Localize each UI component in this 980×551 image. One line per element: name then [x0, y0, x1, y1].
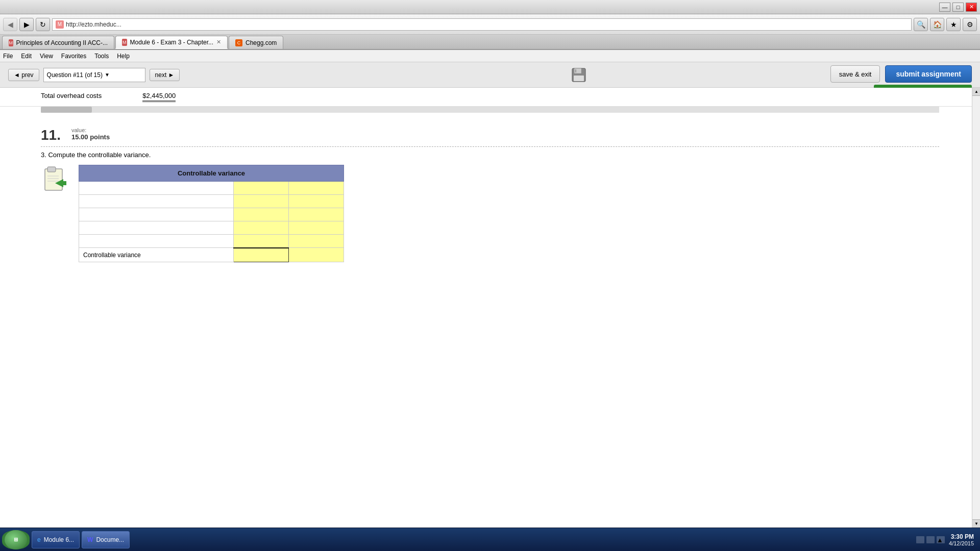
scroll-down-button[interactable]: ▼: [972, 519, 980, 528]
system-tray: ▲ 3:30 PM 4/12/2015: [912, 533, 978, 546]
tab-bar: M Principles of Accounting II ACC-... M …: [0, 35, 980, 50]
save-icon-button[interactable]: [570, 66, 588, 84]
paste-icon: [41, 165, 68, 192]
row5-label: [79, 235, 234, 248]
save-disk-icon: [571, 67, 586, 83]
variance-table-container: Controllable variance: [79, 165, 344, 262]
forward-button[interactable]: ▶: [19, 18, 34, 31]
tab-label-principles: Principles of Accounting II ACC-...: [16, 39, 108, 46]
start-button[interactable]: ⊞: [2, 530, 30, 549]
menu-favorites[interactable]: Favorites: [61, 53, 86, 60]
row3-input-col3[interactable]: [289, 208, 344, 221]
row3-col2[interactable]: [233, 208, 288, 221]
tray-icons: ▲: [916, 536, 945, 543]
menu-view[interactable]: View: [40, 53, 53, 60]
question-num-text: 11.: [41, 127, 61, 143]
tab-chegg[interactable]: C Chegg.com: [229, 36, 283, 49]
row4-col3[interactable]: [288, 221, 344, 235]
svg-rect-5: [47, 167, 56, 172]
tray-arrow-icon[interactable]: ▲: [937, 536, 945, 543]
row2-input-col3[interactable]: [289, 195, 344, 208]
question-section: 11. value: 15.00 points 3. Compute the c…: [0, 117, 980, 272]
row5-input-col2[interactable]: [234, 235, 288, 247]
page-content: Total overhead costs $2,445,000 11. valu…: [0, 88, 980, 528]
overhead-label: Total overhead costs: [41, 92, 102, 102]
scrollbar-thumb[interactable]: [41, 107, 92, 113]
row4-input-col2[interactable]: [234, 221, 288, 234]
clock-time: 3:30 PM: [949, 533, 974, 540]
overhead-value: $2,445,000: [142, 92, 176, 102]
row1-col2[interactable]: [233, 182, 288, 195]
taskbar-document[interactable]: W Docume...: [82, 531, 130, 548]
minimize-button[interactable]: —: [939, 3, 950, 12]
row2-col3[interactable]: [288, 195, 344, 208]
controllable-variance-row: Controllable variance: [79, 248, 344, 262]
question-meta: value: 15.00 points: [71, 127, 110, 141]
menu-bar: File Edit View Favorites Tools Help: [0, 50, 980, 62]
row1-input-col2[interactable]: [234, 182, 288, 194]
row1-col3[interactable]: [288, 182, 344, 195]
assignment-toolbar: ◄ prev Question #11 (of 15) ▼ next ►: [0, 62, 980, 88]
row5-col3[interactable]: [288, 235, 344, 248]
table-header-cell: Controllable variance: [79, 165, 344, 182]
row5-col2[interactable]: [233, 235, 288, 248]
address-bar[interactable]: M http://ezto.mheduc...: [52, 18, 912, 31]
row1-input-col3[interactable]: [289, 182, 344, 194]
save-exit-button[interactable]: save & exit: [830, 65, 880, 83]
menu-help[interactable]: Help: [117, 53, 130, 60]
row3-col3[interactable]: [288, 208, 344, 221]
question-selector[interactable]: Question #11 (of 15) ▼: [43, 68, 145, 82]
row4-input-col3[interactable]: [289, 221, 344, 234]
taskbar-module6[interactable]: e Module 6...: [32, 531, 80, 548]
variance-table: Controllable variance: [79, 165, 344, 262]
row2-input-col2[interactable]: [234, 195, 288, 208]
maximize-button[interactable]: □: [952, 3, 964, 12]
scroll-up-button[interactable]: ▲: [972, 88, 980, 96]
clock-date: 4/12/2015: [949, 540, 974, 546]
footer-result-field[interactable]: [289, 248, 344, 262]
overhead-value-text: $2,445,000: [142, 92, 176, 102]
tab-label-module6: Module 6 - Exam 3 - Chapter...: [130, 39, 213, 46]
question-number: 11.: [41, 127, 71, 143]
table-row: [79, 195, 344, 208]
home-button[interactable]: 🏠: [930, 18, 944, 31]
toolbar-right-row: save & exit submit assignment: [830, 65, 972, 83]
svg-rect-2: [575, 69, 576, 72]
prev-button[interactable]: ◄ prev: [8, 69, 39, 81]
table-row: [79, 182, 344, 195]
back-button[interactable]: ◀: [3, 18, 17, 31]
search-button[interactable]: 🔍: [914, 18, 928, 31]
address-text: http://ezto.mheduc...: [66, 21, 121, 28]
start-orb-icon: ⊞: [5, 530, 27, 549]
overhead-row: Total overhead costs $2,445,000: [41, 92, 939, 102]
menu-edit[interactable]: Edit: [21, 53, 32, 60]
tray-volume-icon: [926, 536, 935, 543]
system-clock[interactable]: 3:30 PM 4/12/2015: [949, 533, 974, 546]
settings-button[interactable]: ⚙: [963, 18, 977, 31]
menu-file[interactable]: File: [3, 53, 13, 60]
close-button[interactable]: ✕: [966, 3, 977, 12]
next-button[interactable]: next ►: [150, 69, 180, 81]
refresh-button[interactable]: ↻: [36, 18, 50, 31]
tab-principles[interactable]: M Principles of Accounting II ACC-...: [2, 36, 114, 49]
paste-icon-svg: [41, 165, 68, 192]
toolbar-left: ◄ prev Question #11 (of 15) ▼ next ►: [8, 68, 180, 82]
row4-col2[interactable]: [233, 221, 288, 235]
footer-result[interactable]: [288, 248, 344, 262]
question-selector-text: Question #11 (of 15): [47, 71, 103, 79]
question-instruction: 3. Compute the controllable variance.: [41, 151, 151, 159]
tab-close-module6[interactable]: ✕: [216, 39, 221, 45]
start-windows-icon: ⊞: [14, 537, 18, 542]
row4-label: [79, 221, 234, 235]
right-scrollbar[interactable]: ▲ ▼: [972, 88, 980, 528]
tab-module6[interactable]: M Module 6 - Exam 3 - Chapter... ✕: [115, 36, 228, 49]
submit-assignment-button[interactable]: submit assignment: [885, 65, 972, 83]
footer-input-field[interactable]: [234, 248, 288, 262]
row3-input-col2[interactable]: [234, 208, 288, 221]
row2-col2[interactable]: [233, 195, 288, 208]
menu-tools[interactable]: Tools: [94, 53, 109, 60]
row5-input-col3[interactable]: [289, 235, 344, 247]
footer-input[interactable]: [233, 248, 288, 262]
favorites-button[interactable]: ★: [946, 18, 961, 31]
nav-bar: ◀ ▶ ↻ M http://ezto.mheduc... 🔍 🏠 ★ ⚙: [0, 14, 980, 35]
